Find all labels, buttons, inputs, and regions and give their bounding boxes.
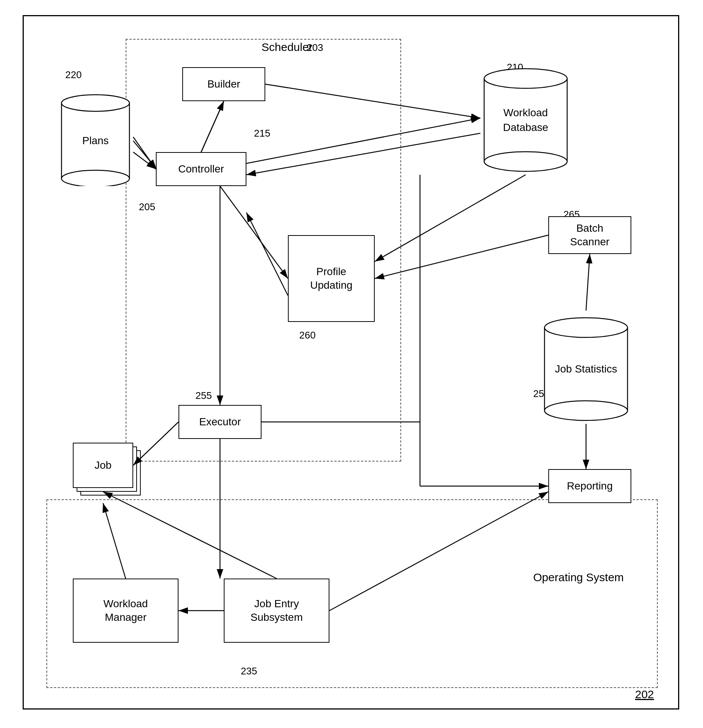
num-235: 235 — [241, 665, 257, 677]
num-203: 203 — [307, 42, 323, 54]
reporting-box: Reporting — [548, 469, 631, 503]
job-stack: Job — [73, 443, 141, 503]
num-205: 205 — [139, 201, 155, 213]
svg-point-4 — [484, 152, 567, 171]
svg-line-22 — [586, 254, 590, 311]
job-statistics-cylinder: Job Statistics — [541, 311, 631, 424]
svg-point-8 — [545, 318, 628, 337]
svg-point-5 — [484, 69, 567, 88]
svg-point-7 — [545, 401, 628, 420]
svg-point-1 — [62, 170, 129, 186]
profile-updating-box: Profile Updating — [288, 235, 375, 322]
builder-box: Builder — [182, 67, 265, 101]
diagram-container: Scheduler Operating System 203 210 220 2… — [23, 15, 679, 710]
workload-manager-box: Workload Manager — [73, 579, 178, 643]
batch-scanner-box: Batch Scanner — [548, 216, 631, 254]
num-260: 260 — [299, 329, 315, 341]
scheduler-label: Scheduler — [262, 41, 312, 54]
num-202: 202 — [635, 688, 654, 701]
num-255a: 255 — [195, 390, 212, 402]
svg-point-2 — [62, 95, 129, 111]
num-220: 220 — [65, 69, 82, 81]
executor-box: Executor — [178, 405, 262, 439]
controller-box: Controller — [156, 152, 246, 186]
workload-database-cylinder: Workload Database — [480, 62, 571, 175]
plans-cylinder: Plans — [58, 88, 133, 186]
num-215: 215 — [254, 128, 270, 139]
job-entry-subsystem-box: Job Entry Subsystem — [224, 579, 329, 643]
os-label: Operating System — [533, 571, 624, 584]
